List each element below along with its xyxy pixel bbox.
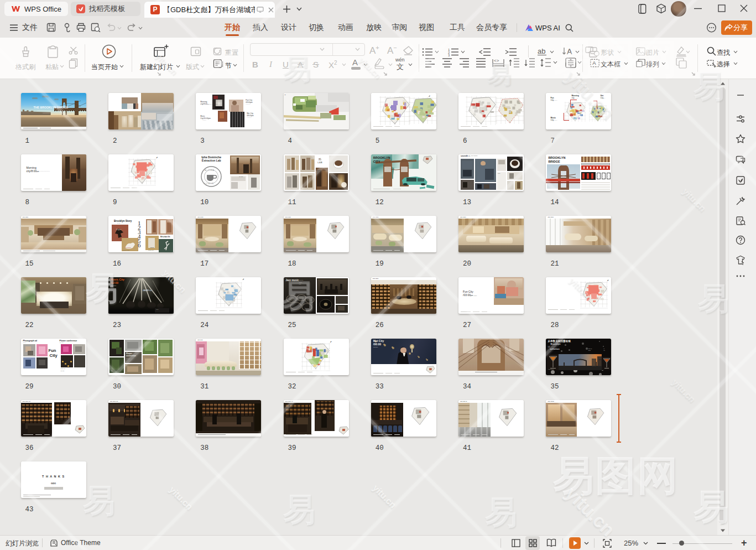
svg-text:<>: <> (494, 58, 499, 63)
svg-text:D O M I N: D O M I N (204, 182, 213, 185)
svg-text:Coffee: Coffee (116, 229, 122, 231)
svg-text:A L P H A: A L P H A (205, 169, 214, 172)
svg-text:A: A (567, 47, 572, 56)
svg-text:A: A (592, 60, 596, 66)
svg-text:3: 3 (448, 54, 450, 56)
